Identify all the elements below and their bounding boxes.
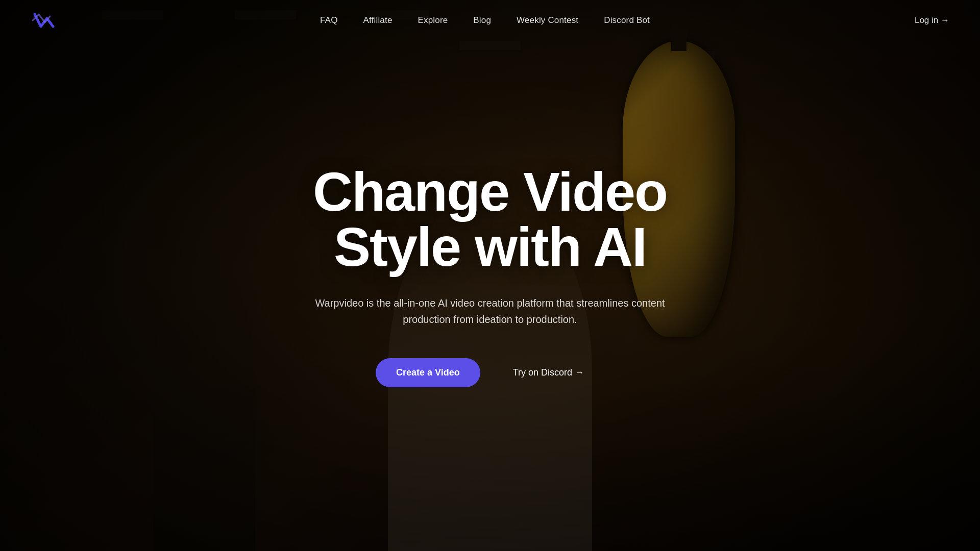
nav-link-faq[interactable]: FAQ (320, 15, 338, 25)
nav-link-blog[interactable]: Blog (473, 15, 491, 25)
logo[interactable] (31, 8, 55, 33)
nav-item-faq[interactable]: FAQ (320, 15, 338, 26)
hero-content: Change Video Style with AI Warpvideo is … (291, 164, 689, 387)
create-video-button[interactable]: Create a Video (376, 358, 480, 387)
nav-links: FAQ Affiliate Explore Blog Weekly Contes… (320, 15, 650, 26)
nav-item-explore[interactable]: Explore (418, 15, 448, 26)
nav-item-weekly-contest[interactable]: Weekly Contest (517, 15, 578, 26)
nav-item-affiliate[interactable]: Affiliate (363, 15, 393, 26)
logo-icon (31, 8, 55, 33)
hero-section: FAQ Affiliate Explore Blog Weekly Contes… (0, 0, 980, 551)
nav-item-blog[interactable]: Blog (473, 15, 491, 26)
nav-item-discord-bot[interactable]: Discord Bot (604, 15, 650, 26)
login-button[interactable]: Log in → (915, 15, 949, 26)
hero-title-line1: Change Video (313, 161, 667, 222)
hero-buttons: Create a Video Try on Discord → (311, 358, 669, 387)
nav-link-weekly-contest[interactable]: Weekly Contest (517, 15, 578, 25)
hero-title-line2: Style with AI (334, 216, 646, 278)
try-discord-button[interactable]: Try on Discord → (493, 358, 604, 387)
nav-link-affiliate[interactable]: Affiliate (363, 15, 393, 25)
hero-title: Change Video Style with AI (311, 164, 669, 274)
nav-link-discord-bot[interactable]: Discord Bot (604, 15, 650, 25)
hero-subtitle: Warpvideo is the all-in-one AI video cre… (311, 295, 669, 328)
main-nav: FAQ Affiliate Explore Blog Weekly Contes… (0, 0, 980, 41)
nav-link-explore[interactable]: Explore (418, 15, 448, 25)
